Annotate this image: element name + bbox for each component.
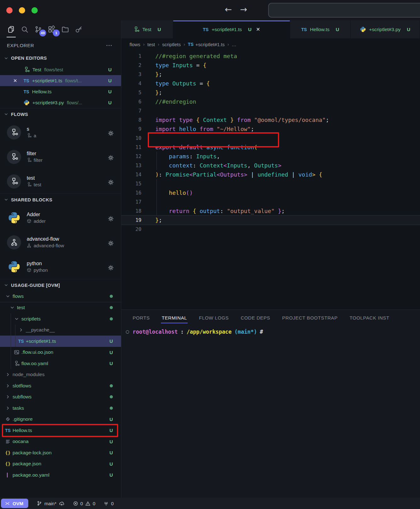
code-line-7[interactable]: 7 bbox=[121, 106, 420, 115]
code-line-18[interactable]: 18 return { output: "output_value" }; bbox=[121, 206, 420, 216]
tab-label: +scriptlet#3.py bbox=[369, 27, 401, 32]
flow-item-test[interactable]: testtest bbox=[0, 169, 121, 194]
activity-item-folder[interactable] bbox=[58, 20, 72, 38]
terminal-prompt-line[interactable]: root@localhost:/app/workspace (main*) # bbox=[121, 329, 420, 335]
editor-tab--scriptlet-1-ts[interactable]: TS+scriptlet#1.tsU✕ bbox=[173, 20, 290, 38]
activity-item-files[interactable] bbox=[4, 20, 18, 38]
forward-button[interactable]: → bbox=[240, 4, 247, 14]
flow-item-s[interactable]: sa bbox=[0, 120, 121, 145]
code-line-14[interactable]: 14): Promise<Partial<Outputs> | undefine… bbox=[121, 170, 420, 179]
code-line-4[interactable]: 4type Outputs = { bbox=[121, 79, 420, 88]
code-line-8[interactable]: 8import type { Context } from "@oomol/ty… bbox=[121, 115, 420, 124]
breadcrumb-item-1[interactable]: test bbox=[147, 42, 155, 47]
code-line-15[interactable]: 15 bbox=[121, 179, 420, 188]
code-line-19[interactable]: 19}; bbox=[121, 216, 420, 225]
branch-status[interactable]: main* bbox=[36, 501, 64, 506]
tree-item-test[interactable]: test bbox=[0, 302, 121, 314]
tree-item-package-lock-json[interactable]: {}package-lock.jsonU bbox=[0, 447, 121, 458]
code-line-2[interactable]: 2type Inputs = { bbox=[121, 61, 420, 70]
tree-item-flow-oo-yaml[interactable]: flow.oo.yamlU bbox=[0, 358, 121, 369]
error-count: 0 bbox=[80, 501, 83, 506]
code-line-20[interactable]: 20 bbox=[121, 225, 420, 234]
gear-icon[interactable] bbox=[108, 179, 114, 186]
code-line-3[interactable]: 3}; bbox=[121, 70, 420, 79]
code-line-17[interactable]: 17 bbox=[121, 197, 420, 206]
open-editor-item--scriptlet-3-py[interactable]: +scriptlet#3.pyflows/...U bbox=[0, 97, 121, 108]
open-editors-header[interactable]: OPEN EDITORS bbox=[0, 52, 121, 64]
breadcrumb-item-0[interactable]: flows bbox=[130, 42, 140, 47]
code-line-12[interactable]: 12 params: Inputs, bbox=[121, 152, 420, 161]
tree-item-subflows[interactable]: subflows bbox=[0, 391, 121, 403]
activity-item-key[interactable] bbox=[72, 20, 86, 38]
panel-tab-code-deps[interactable]: CODE DEPS bbox=[241, 315, 270, 320]
explorer-more-actions-button[interactable]: ⋯ bbox=[106, 41, 113, 49]
shared-block-item-advanced-flow[interactable]: advanced-flowadvanced-flow bbox=[0, 230, 121, 255]
flow-header[interactable]: FLOWS bbox=[0, 108, 121, 120]
panel-tab-flow-logs[interactable]: FLOW LOGS bbox=[199, 315, 229, 320]
editor-tab-hellow-ts[interactable]: TSHellow.tsU bbox=[290, 20, 351, 38]
tree-item-tasks[interactable]: tasks bbox=[0, 402, 121, 414]
tree-item-scriptlets[interactable]: scriptlets bbox=[0, 313, 121, 325]
code-line-9[interactable]: 9import hello from "~/Hellow"; bbox=[121, 124, 420, 134]
tree-item--gitignore[interactable]: .gitignoreU bbox=[0, 414, 121, 425]
tree-item-node-modules[interactable]: node_modules bbox=[0, 369, 121, 380]
tree-item--scriptlet-1-ts[interactable]: TS+scriptlet#1.tsU bbox=[0, 336, 121, 347]
back-button[interactable]: ← bbox=[225, 4, 232, 14]
gear-icon[interactable] bbox=[108, 216, 114, 222]
code-line-5[interactable]: 5}; bbox=[121, 88, 420, 97]
tree-item-hellow-ts[interactable]: TSHellow.tsU bbox=[0, 425, 121, 436]
tree-item-slotflows[interactable]: slotflows bbox=[0, 380, 121, 391]
ports-status[interactable]: 0 bbox=[103, 501, 113, 506]
usage-guide-header[interactable]: USAGE-GUIDE [OVM] bbox=[0, 279, 121, 291]
tree-item-package-oo-yaml[interactable]: package.oo.yamlU bbox=[0, 469, 121, 481]
code-line-1[interactable]: 1//#region generated meta bbox=[121, 52, 420, 61]
problems-status[interactable]: 00 bbox=[73, 501, 96, 506]
code-line-10[interactable]: 10 bbox=[121, 134, 420, 143]
code-line-11[interactable]: 11export default async function( bbox=[121, 143, 420, 152]
code-line-16[interactable]: 16 hello() bbox=[121, 188, 420, 197]
open-editor-item--scriptlet-1-ts[interactable]: ✕TS+scriptlet#1.tsflows/t...U bbox=[0, 75, 121, 86]
gear-icon[interactable] bbox=[108, 155, 114, 161]
close-icon[interactable]: ✕ bbox=[256, 26, 260, 32]
panel-tab-project-bootstrap[interactable]: PROJECT BOOTSTRAP bbox=[282, 315, 338, 320]
editor-tab--scriptlet-3-py[interactable]: +scriptlet#3.pyU bbox=[351, 20, 420, 38]
maximize-button[interactable] bbox=[31, 7, 38, 14]
activity-item-extensions[interactable]: 1 bbox=[45, 20, 58, 38]
minimize-button[interactable] bbox=[19, 7, 25, 14]
gear-icon[interactable] bbox=[108, 130, 114, 137]
modified-badge: U bbox=[109, 461, 113, 467]
breadcrumb-item-3[interactable]: TS+scriptlet#1.ts bbox=[188, 42, 225, 47]
close-button[interactable] bbox=[6, 7, 13, 14]
breadcrumb-item-2[interactable]: scriptlets bbox=[162, 42, 181, 47]
tree-item-package-json[interactable]: {}package.jsonU bbox=[0, 458, 121, 470]
shared-block-header[interactable]: SHARED BLOCKS bbox=[0, 194, 121, 205]
panel-tab-terminal[interactable]: TERMINAL bbox=[162, 315, 187, 320]
code-line-6[interactable]: 6//#endregion bbox=[121, 97, 420, 106]
breadcrumb-item-4[interactable]: … bbox=[232, 42, 236, 47]
code-line-13[interactable]: 13 context: Context<Inputs, Outputs> bbox=[121, 161, 420, 170]
open-editor-item-test[interactable]: Testflows/testU bbox=[0, 64, 121, 75]
tree-item-oocana[interactable]: oocanaU bbox=[0, 436, 121, 447]
remote-indicator[interactable]: OVM bbox=[1, 499, 28, 508]
tree-item--flow-ui-oo-json[interactable]: .flow.ui.oo.jsonU bbox=[0, 347, 121, 358]
panel-tab-toolpack-inst[interactable]: TOOLPACK INST bbox=[350, 315, 389, 320]
gear-icon[interactable] bbox=[108, 240, 114, 247]
open-editor-item-hellow-ts[interactable]: TSHellow.tsU bbox=[0, 86, 121, 97]
usage-guide-section: USAGE-GUIDE [OVM]flowstestscriptlets__py… bbox=[0, 279, 121, 481]
shared-block-item-python[interactable]: pythonpython bbox=[0, 255, 121, 279]
gear-icon[interactable] bbox=[108, 265, 114, 271]
line-number: 20 bbox=[121, 225, 141, 234]
close-icon[interactable]: ✕ bbox=[13, 78, 21, 84]
tree-item--pycache-[interactable]: __pycache__ bbox=[0, 325, 121, 336]
code-editor[interactable]: 1//#region generated meta2type Inputs = … bbox=[121, 50, 420, 309]
editor-tab-test[interactable]: TestU bbox=[121, 20, 173, 38]
shared-block-item-adder[interactable]: Adderadder bbox=[0, 205, 121, 230]
command-search-input[interactable] bbox=[268, 3, 420, 18]
activity-item-source-control[interactable]: 49 bbox=[31, 20, 45, 38]
line-content: return { output: "output_value" }; bbox=[155, 206, 285, 216]
activity-item-search[interactable] bbox=[18, 20, 31, 38]
card-subtitle: test bbox=[27, 182, 41, 187]
tree-item-flows[interactable]: flows bbox=[0, 291, 121, 302]
flow-item-filter[interactable]: filterfilter bbox=[0, 145, 121, 169]
panel-tab-ports[interactable]: PORTS bbox=[133, 315, 150, 320]
